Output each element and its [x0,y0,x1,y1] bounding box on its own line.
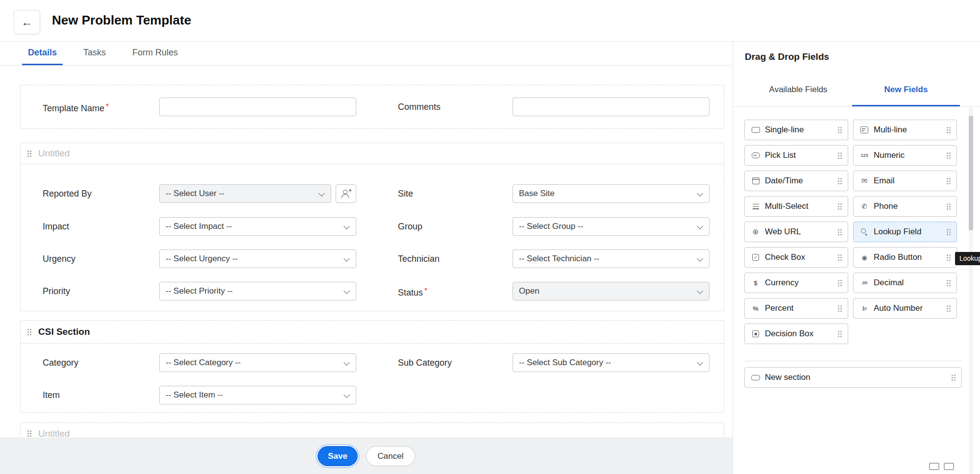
status-select[interactable]: Open [513,282,710,300]
drag-handle-icon[interactable] [946,152,952,159]
field-chip[interactable]: ✉ Email [853,171,957,191]
drag-handle-icon[interactable] [26,150,32,157]
new-section-chip[interactable]: New section [744,367,962,388]
drag-handle-icon[interactable] [837,152,843,159]
lookup-icon [859,227,869,236]
drag-handle-icon[interactable] [946,228,952,236]
single-line-icon [751,125,760,134]
field-chip[interactable]: $ Currency [744,273,848,293]
drag-handle-icon[interactable] [837,305,843,312]
field-chip[interactable]: Multi-Select [744,196,848,217]
multi-line-icon [859,125,869,134]
chevron-down-icon [697,223,703,229]
corner-widget-icon[interactable] [929,463,939,470]
sub-category-select[interactable]: -- Select Sub Category -- [513,353,710,372]
field-chip[interactable]: Check Box [744,247,848,268]
field-chip[interactable]: Single-line [744,120,848,140]
multi-select-icon [751,202,760,211]
email-icon: ✉ [859,176,869,185]
drag-handle-icon[interactable] [837,279,843,287]
chevron-down-icon [343,359,350,366]
tab-tasks[interactable]: Tasks [77,42,112,65]
drag-handle-icon[interactable] [837,177,843,185]
new-section-icon [751,373,760,382]
field-chip[interactable]: % Percent [744,298,848,319]
technician-label: Technician [398,253,440,264]
percent-icon: % [751,304,760,313]
drag-handle-icon[interactable] [837,126,843,134]
chevron-down-icon [343,392,350,398]
field-chip[interactable]: ⊕ Web URL [744,222,848,242]
impact-select[interactable]: -- Select Impact -- [159,217,356,236]
add-user-button[interactable]: + [336,184,356,203]
chevron-down-icon [697,359,703,366]
reported-by-label: Reported By [43,188,92,199]
decimal-icon: .00 [859,278,869,287]
currency-icon: $ [751,278,760,287]
chevron-down-icon [343,255,350,262]
drag-handle-icon[interactable] [946,203,952,210]
date-time-icon [751,176,760,185]
field-chip[interactable]: ◉ Radio Button [853,247,957,268]
site-label: Site [398,188,413,199]
page-title: New Problem Template [52,13,191,28]
cancel-button[interactable]: Cancel [366,446,415,466]
drag-handle-icon[interactable] [837,254,843,261]
impact-label: Impact [43,221,69,232]
tab-available-fields[interactable]: Available Fields [744,74,852,106]
drag-handle-icon[interactable] [837,330,843,338]
field-chip[interactable]: Decision Box [744,324,848,344]
drag-handle-icon[interactable] [946,254,952,261]
priority-select[interactable]: -- Select Priority -- [159,282,356,300]
field-chip[interactable]: .00 Decimal [853,273,957,293]
required-asterisk: * [424,287,427,295]
drag-handle-icon[interactable] [946,177,952,185]
drag-handle-icon[interactable] [837,228,843,236]
main-tab-bar: Details Tasks Form Rules [0,42,733,66]
field-chip[interactable]: ✆ Phone [853,196,957,217]
template-name-input[interactable] [159,98,356,116]
technician-select[interactable]: -- Select Technician -- [513,249,710,268]
drag-handle-icon[interactable] [946,126,952,134]
drag-handle-icon[interactable] [951,374,956,381]
drag-handle-icon[interactable] [26,430,32,437]
group-label: Group [398,221,422,232]
drag-handle-icon[interactable] [837,203,843,210]
reported-by-select[interactable]: -- Select User -- [159,184,331,203]
item-select[interactable]: -- Select Item -- [159,386,356,404]
corner-widget-icon[interactable] [944,463,954,470]
field-chip[interactable]: Date/Time [744,171,848,191]
chevron-down-icon [318,190,325,197]
tab-new-fields[interactable]: New Fields [852,74,960,106]
field-chip[interactable]: 1≡ Auto Number [853,298,957,319]
comments-input[interactable] [513,98,710,116]
drag-ghost-tooltip: Lookup [955,252,980,265]
panel-scrollbar-thumb[interactable] [969,116,973,230]
section-header[interactable]: CSI Section [21,321,724,344]
drag-handle-icon[interactable] [946,305,952,312]
status-label: Status* [398,286,427,298]
decision-box-icon [751,329,760,338]
drag-handle-icon[interactable] [946,279,952,287]
panel-title: Drag & Drop Fields [745,51,829,62]
tab-details[interactable]: Details [22,42,63,65]
radio-button-icon: ◉ [859,253,869,262]
category-select[interactable]: -- Select Category -- [159,353,356,372]
urgency-select[interactable]: -- Select Urgency -- [159,249,356,268]
group-select[interactable]: -- Select Group -- [513,217,710,236]
field-chip[interactable]: Pick List [744,145,848,166]
save-button[interactable]: Save [318,446,358,466]
back-button[interactable]: ← [14,10,40,34]
field-chip[interactable]: 123 Numeric [853,145,957,166]
field-chip[interactable]: Lookup Field [853,222,957,242]
urgency-label: Urgency [43,253,75,264]
web-url-icon: ⊕ [751,227,760,236]
section-header[interactable]: Untitled [21,143,724,164]
site-select[interactable]: Base Site [513,184,710,203]
chevron-down-icon [343,288,350,294]
drag-handle-icon[interactable] [26,328,32,336]
tab-form-rules[interactable]: Form Rules [126,42,184,65]
field-chip[interactable]: Multi-line [853,120,957,140]
back-arrow-icon: ← [21,15,33,29]
top-bar: ← New Problem Template [0,0,980,42]
